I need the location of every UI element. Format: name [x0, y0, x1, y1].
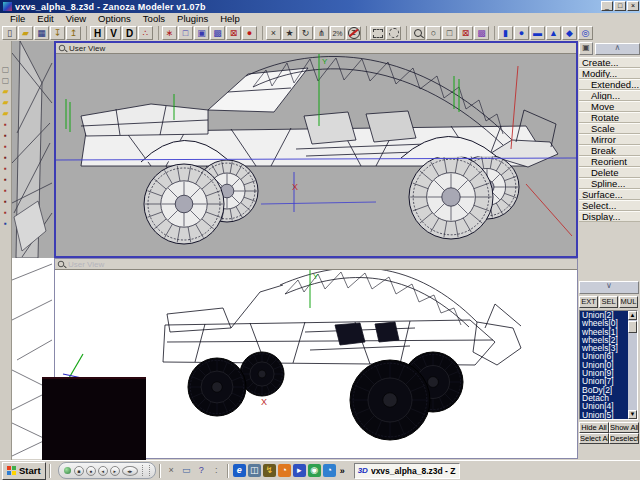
scroll-up-button[interactable]: ▲ [628, 311, 637, 320]
tool-icon[interactable]: ▪ [1, 131, 11, 141]
maximize-button[interactable]: □ [614, 1, 626, 11]
media-player-deskband[interactable]: ■●◂▸◂▸ [58, 462, 156, 479]
h-view-toggle[interactable]: H [90, 26, 105, 40]
menu-options[interactable]: Options [92, 13, 137, 25]
command-align[interactable]: Align... [579, 90, 640, 101]
command-break[interactable]: Break [579, 145, 640, 156]
taskbar-task-button[interactable]: 3D vxvs_alpha_8.z3d - Z... [354, 463, 460, 479]
no-cube-icon[interactable]: ⊠ [226, 26, 241, 40]
command-spline[interactable]: Spline... [579, 178, 640, 189]
close-button[interactable]: × [627, 1, 639, 11]
help-icon[interactable]: ? [195, 464, 208, 477]
deskband-grip[interactable] [142, 465, 150, 476]
primitive-tube-icon[interactable]: ▬ [530, 26, 545, 40]
folder-icon[interactable]: ▰ [1, 98, 11, 108]
viewport-user-view-top[interactable]: User View [54, 41, 578, 258]
dots-icon[interactable]: : [210, 464, 223, 477]
command-rotate[interactable]: Rotate [579, 112, 640, 123]
viewport-top-canvas[interactable]: Y X [56, 54, 576, 257]
command-scale[interactable]: Scale [579, 123, 640, 134]
scroll-thumb[interactable] [628, 321, 637, 333]
deskband-media-button[interactable]: ◂ [98, 466, 108, 476]
primitive-cone-icon[interactable]: ▲ [546, 26, 561, 40]
select-all-button[interactable]: Select All [579, 433, 609, 444]
display-settings-icon[interactable]: ▭ [180, 464, 193, 477]
panel-collapse-down-button[interactable]: ∨ [579, 281, 639, 294]
textured-cube-icon[interactable]: ▩ [210, 26, 225, 40]
new-file-icon[interactable]: ▯ [2, 26, 17, 40]
mode-mul-button[interactable]: MUL [619, 296, 638, 308]
sphere-mode-icon[interactable]: ○ [426, 26, 441, 40]
start-button[interactable]: Start [2, 462, 46, 480]
deskband-media-button[interactable]: ■ [74, 466, 84, 476]
tool-icon[interactable]: ▪ [1, 175, 11, 185]
tool-icon[interactable]: ▪ [1, 197, 11, 207]
percent-snap-icon[interactable]: 2% [330, 26, 345, 40]
command-mirror[interactable]: Mirror [579, 134, 640, 145]
viewport-top-header[interactable]: User View [56, 43, 576, 54]
primitive-sphere-icon[interactable]: ● [514, 26, 529, 40]
render-sphere-icon[interactable]: ● [242, 26, 257, 40]
opera-icon[interactable]: ◔ [278, 464, 291, 477]
command-extended[interactable]: Extended... [579, 79, 640, 90]
vertices-snap-icon[interactable]: ∴ [138, 26, 153, 40]
tool-icon[interactable]: ▪ [1, 186, 11, 196]
command-modify[interactable]: Modify... [579, 68, 640, 79]
object-listbox[interactable]: Union[2]wheels[0]wheels[1]wheels[2]wheel… [579, 310, 638, 420]
import-icon[interactable]: ↧ [50, 26, 65, 40]
command-delete[interactable]: Delete [579, 167, 640, 178]
export-icon[interactable]: ↥ [66, 26, 81, 40]
command-display[interactable]: Display... [579, 211, 640, 222]
command-select[interactable]: Select... [579, 200, 640, 211]
command-move[interactable]: Move [579, 101, 640, 112]
menu-view[interactable]: View [60, 13, 92, 25]
viewport-bottom-header[interactable]: User View [55, 259, 577, 270]
tool-icon[interactable]: ▪ [1, 164, 11, 174]
mode-ext-button[interactable]: EXT [579, 296, 598, 308]
show-all-button[interactable]: Show All [609, 422, 639, 433]
open-folder-icon[interactable]: ▰ [18, 26, 33, 40]
command-reorient[interactable]: Reorient [579, 156, 640, 167]
delete-tool-icon[interactable]: × [266, 26, 281, 40]
primitive-cylinder-icon[interactable]: ▮ [498, 26, 513, 40]
tool-icon[interactable]: ▪ [1, 153, 11, 163]
minimize-button[interactable]: _ [601, 1, 613, 11]
deskband-media-button[interactable]: ● [86, 466, 96, 476]
scroll-down-button[interactable]: ▼ [628, 410, 637, 419]
my-computer-icon[interactable]: ◫ [248, 464, 261, 477]
scene-mode-icon[interactable]: ▩ [474, 26, 489, 40]
menu-file[interactable]: File [4, 13, 31, 25]
wire-cube-icon[interactable]: □ [178, 26, 193, 40]
tool-icon[interactable]: ▪ [1, 208, 11, 218]
circle-select-icon[interactable] [386, 26, 401, 40]
doc-icon[interactable]: ▢ [1, 65, 11, 75]
quick-launch-overflow-button[interactable]: » [340, 466, 345, 476]
menu-plugins[interactable]: Plugins [171, 13, 214, 25]
menu-edit[interactable]: Edit [31, 13, 59, 25]
save-icon[interactable]: ▦ [34, 26, 49, 40]
folder-icon[interactable]: ▰ [1, 109, 11, 119]
quicktime-icon[interactable]: ◔ [323, 464, 336, 477]
pivot-tool-icon[interactable]: ⋔ [314, 26, 329, 40]
tool-icon[interactable]: ▪ [1, 142, 11, 152]
mode-sel-button[interactable]: SEL [599, 296, 618, 308]
flag-tool-icon[interactable]: ∗ [162, 26, 177, 40]
winamp-icon[interactable]: ↯ [263, 464, 276, 477]
tools-icon[interactable]: × [165, 464, 178, 477]
menu-help[interactable]: Help [214, 13, 246, 25]
deskband-media-button[interactable]: ◂▸ [122, 466, 138, 476]
command-surface[interactable]: Surface... [579, 189, 640, 200]
cube-mode-icon[interactable]: □ [442, 26, 457, 40]
primitive-disc-icon[interactable]: ◆ [562, 26, 577, 40]
folder-icon[interactable]: ▰ [1, 87, 11, 97]
deskband-media-button[interactable]: ▸ [110, 466, 120, 476]
tool-icon[interactable]: ▪ [1, 120, 11, 130]
panel-pin-button[interactable]: ▣ [579, 42, 593, 55]
doc-icon[interactable]: ▢ [1, 76, 11, 86]
marquee-select-icon[interactable] [370, 26, 385, 40]
internet-explorer-icon[interactable]: e [233, 464, 246, 477]
d-view-toggle[interactable]: D [122, 26, 137, 40]
rotate-tool-icon[interactable]: ↻ [298, 26, 313, 40]
zoom-tool-icon[interactable] [410, 26, 425, 40]
z-disable-icon[interactable]: Z [346, 26, 361, 40]
